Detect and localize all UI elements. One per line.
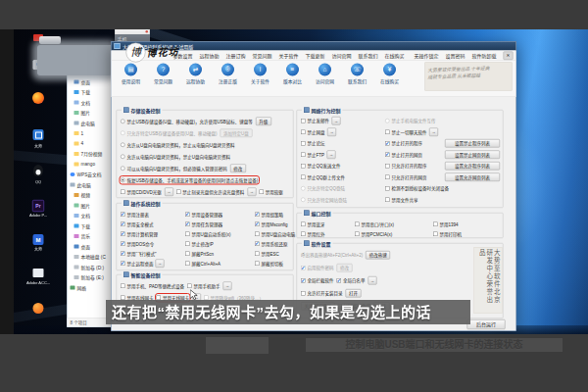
sidebar-item-图片[interactable]: 图片 — [68, 108, 112, 119]
menu-item-常见问题[interactable]: 常见问题 — [253, 52, 272, 60]
toolbar-button-访问官网[interactable]: ⌂访问官网 — [313, 64, 338, 97]
toolbar-button-远程协助[interactable]: ⇄远程协助 — [183, 64, 209, 97]
checkbox-box[interactable] — [301, 130, 306, 135]
checkbox-box[interactable] — [176, 189, 181, 194]
checkbox-box[interactable] — [259, 189, 264, 194]
checkbox-box[interactable] — [255, 221, 260, 226]
radio-box[interactable] — [121, 154, 125, 159]
sidebar-section-WPS云文档[interactable]: WPS云文档 — [68, 170, 112, 180]
checkbox-box[interactable] — [121, 241, 125, 246]
checkbox-box[interactable] — [301, 141, 306, 146]
menu-item-联系我们[interactable]: 联系我们 — [359, 52, 378, 60]
button-设置禁止程序列表[interactable]: 设置禁止程序列表 — [445, 139, 500, 148]
toolbar-button-在线购买[interactable]: ¥在线购买 — [377, 64, 403, 97]
radio-box[interactable] — [385, 119, 390, 123]
checkbox-box[interactable] — [121, 283, 125, 288]
checkbox-box[interactable] — [301, 266, 306, 270]
sidebar-item-新加卷 (D:)[interactable]: 新加卷 (D:) — [68, 262, 112, 272]
qq-shortcut[interactable]: QQ — [19, 165, 58, 184]
arrow-button[interactable]: → — [429, 128, 438, 137]
checkbox-box[interactable] — [255, 261, 260, 266]
checkbox-box[interactable] — [255, 212, 260, 217]
arrow-button[interactable]: → — [332, 117, 341, 125]
checkbox-box[interactable] — [121, 212, 125, 217]
checkbox-box[interactable] — [255, 231, 260, 236]
checkbox-box[interactable] — [385, 186, 390, 191]
sidebar-item-文档[interactable]: 文档 — [68, 97, 112, 108]
menu-item-无操作锁定[interactable]: 无操作锁定 — [415, 52, 439, 60]
sidebar-section-网络[interactable]: 网络 — [68, 282, 112, 293]
menu-item-远程协助[interactable]: 远程协助 — [200, 52, 220, 60]
checkbox-box[interactable] — [255, 251, 260, 256]
sidebar-item-音乐[interactable]: 音乐 — [68, 231, 112, 242]
radio-box[interactable] — [121, 119, 125, 123]
radio-box[interactable] — [121, 177, 125, 182]
menu-item-访问官网[interactable]: 访问官网 — [332, 52, 352, 60]
button-修改[interactable]: 修改 — [230, 164, 246, 172]
button-修改[interactable]: 修改 — [337, 264, 353, 272]
sidebar-item-文档[interactable]: 文档 — [68, 211, 112, 221]
toolbar-button-注册正版[interactable]: ®注册正版 — [216, 64, 241, 97]
checkbox-box[interactable] — [385, 153, 390, 158]
checkbox-box[interactable] — [185, 241, 190, 246]
toolbar-button-常见问题[interactable]: ?常见问题 — [151, 64, 176, 97]
sidebar-item-7月份视频[interactable]: 7月份视频 — [68, 149, 112, 160]
checkbox-box[interactable] — [385, 130, 390, 135]
arrow-button[interactable]: → — [222, 281, 231, 290]
toolbar-button-关于软件[interactable]: i关于软件 — [248, 64, 273, 97]
button-设置禁止网页列表[interactable]: 设置禁止网页列表 — [445, 151, 500, 160]
adobe-acc-shortcut[interactable]: Adobe ACC... — [19, 269, 58, 285]
arrow-button[interactable]: → — [368, 276, 377, 285]
checkbox-box[interactable] — [355, 231, 360, 236]
sidebar-section-此电脑[interactable]: 此电脑 — [68, 179, 112, 190]
sidebar-item-桌面[interactable]: 桌面 — [68, 76, 112, 87]
blue-tool-shortcut[interactable]: 大师 — [19, 129, 58, 149]
arrow-button[interactable]: → — [247, 187, 256, 196]
checkbox-box[interactable] — [121, 221, 125, 226]
checkbox-box[interactable] — [121, 251, 125, 256]
radio-box[interactable] — [301, 186, 306, 191]
sidebar-item-本地磁盘 (C[interactable]: 本地磁盘 (C — [68, 252, 112, 263]
menu-item-注册订购[interactable]: 注册订购 — [226, 52, 246, 60]
firefox-shortcut[interactable] — [19, 92, 58, 107]
checkbox-box[interactable] — [385, 175, 390, 180]
menu-item-关于软件[interactable]: 关于软件 — [279, 52, 299, 60]
radio-box[interactable] — [301, 198, 306, 203]
button-添加特定U盘[interactable]: 添加特定U盘 — [220, 128, 253, 137]
checkbox-box[interactable] — [185, 212, 190, 217]
checkbox-box[interactable] — [121, 261, 125, 266]
checkbox-box[interactable] — [185, 231, 190, 236]
checkbox-box[interactable] — [121, 231, 125, 236]
orange-app-shortcut[interactable] — [19, 303, 58, 317]
arrow-button[interactable]: → — [327, 151, 336, 160]
toolbar-button-版本对比[interactable]: ≡版本对比 — [280, 64, 306, 97]
menu-item-在线购买[interactable]: 在线购买 — [385, 52, 405, 60]
radio-box[interactable] — [121, 166, 125, 171]
checkbox-box[interactable] — [185, 251, 190, 256]
close-icon[interactable]: ✕ — [504, 51, 514, 60]
sidebar-item-1[interactable]: 1 — [68, 128, 112, 139]
arrow-button[interactable]: → — [156, 259, 165, 268]
checkbox-box[interactable] — [301, 221, 306, 226]
sidebar-item-新加卷 (E:)[interactable]: 新加卷 (E:) — [68, 272, 112, 283]
checkbox-box[interactable] — [301, 175, 306, 180]
checkbox-box[interactable] — [185, 261, 190, 266]
sidebar-item-4[interactable]: 4 — [68, 138, 112, 149]
sidebar-item-桌面[interactable]: 桌面 — [68, 241, 112, 252]
radio-box[interactable] — [121, 142, 125, 147]
checkbox-box[interactable] — [301, 164, 306, 169]
checkbox-box[interactable] — [337, 278, 342, 283]
checkbox-box[interactable] — [301, 278, 306, 283]
checkbox-box[interactable] — [255, 241, 260, 246]
button-设置允许网页列表[interactable]: 设置允许网页列表 — [445, 173, 500, 182]
menu-item-下载更新[interactable]: 下载更新 — [306, 52, 325, 60]
checkbox-box[interactable] — [385, 198, 390, 203]
checkbox-box[interactable] — [301, 153, 306, 158]
checkbox-box[interactable] — [355, 221, 360, 226]
menu-item-设置密码[interactable]: 设置密码 — [446, 52, 466, 60]
sidebar-item-下载[interactable]: 下载 — [68, 87, 112, 98]
button-设置允许程序列表[interactable]: 设置允许程序列表 — [445, 162, 500, 171]
checkbox-box[interactable] — [121, 189, 125, 194]
arrow-button[interactable]: → — [165, 187, 173, 196]
button-升级[interactable]: 升级 — [256, 117, 271, 125]
